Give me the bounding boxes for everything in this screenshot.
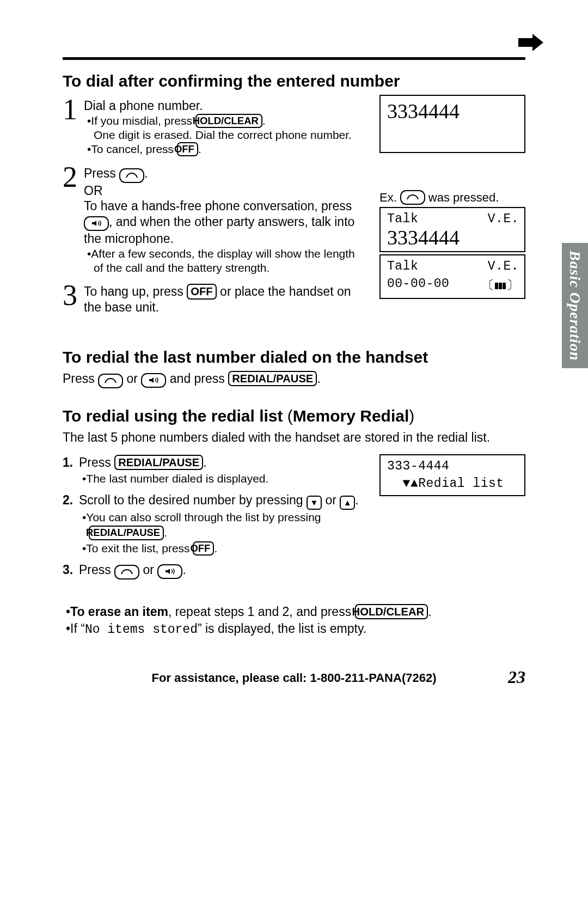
lcd-timer: 00-00-00: [387, 277, 449, 294]
heading-dial-confirm: To dial after confirming the entered num…: [63, 72, 525, 90]
talk-key-icon: [114, 565, 139, 579]
lcd-display-1: 3334444: [379, 95, 525, 153]
step2-line2: To have a hands-free phone conversation,…: [84, 198, 364, 247]
empty-note: •If “No items stored” is displayed, the …: [63, 620, 525, 638]
speaker-key-icon: [157, 564, 182, 579]
page-number: 23: [508, 667, 525, 687]
hold-clear-key: HOLD/CLEAR: [195, 114, 262, 128]
step1-note2: •To cancel, press OFF.: [84, 142, 364, 156]
example-caption: Ex. was pressed.: [379, 190, 525, 205]
speaker-key-icon: [84, 216, 109, 231]
step2-line1: Press .: [84, 166, 364, 183]
redial-pause-key: REDIAL/PAUSE: [228, 371, 317, 386]
step3-text: To hang up, press OFF or place the hands…: [84, 284, 364, 315]
redial-pause-key: REDIAL/PAUSE: [114, 455, 203, 470]
step2-note: •After a few seconds, the display will s…: [84, 247, 364, 276]
lcd-display-2: TalkV.E. 3334444: [379, 207, 525, 252]
footer-text: For assistance, please call: 1-800-211-P…: [152, 671, 437, 685]
list-num: 2.: [63, 492, 75, 556]
list-num: 1.: [63, 454, 75, 486]
speaker-key-icon: [141, 373, 166, 388]
down-key-icon: ▼: [307, 496, 322, 510]
redial-list-intro: The last 5 phone numbers dialed with the…: [63, 430, 525, 446]
talk-key-icon: [98, 374, 123, 388]
lcd-ve: V.E.: [488, 259, 519, 273]
talk-key-icon: [119, 168, 144, 183]
list-num: 3.: [63, 562, 75, 579]
lcd-ve: V.E.: [488, 212, 519, 226]
talk-key-icon: [400, 190, 425, 205]
lcd-talk: Talk: [387, 212, 418, 226]
step1-note1: •If you misdial, press HOLD/CLEAR.: [84, 114, 364, 128]
list-item-1-sub: •The last number dialed is displayed.: [79, 471, 268, 486]
step2-or: OR: [84, 183, 364, 199]
lcd-talk: Talk: [387, 259, 418, 273]
hold-clear-key: HOLD/CLEAR: [355, 604, 428, 619]
list-item-2-sub2: •To exit the list, press OFF.: [79, 541, 364, 556]
heading-redial-last: To redial the last number dialed on the …: [63, 348, 525, 367]
redial-last-instructions: Press or and press REDIAL/PAUSE.: [63, 371, 525, 388]
list-item-3: Press or .: [79, 562, 186, 579]
top-rule: [63, 57, 525, 60]
up-key-icon: ▲: [340, 496, 355, 510]
step-number: 1: [63, 95, 77, 124]
step-number: 2: [63, 162, 77, 192]
lcd-number: 3334444: [387, 100, 519, 121]
off-key: OFF: [193, 541, 214, 556]
off-key: OFF: [187, 284, 216, 299]
erase-note: •To erase an item, repeat steps 1 and 2,…: [63, 603, 525, 620]
lcd-number: 3334444: [387, 226, 519, 248]
step1-note1b: One digit is erased. Dial the correct ph…: [84, 128, 364, 142]
step1-text: Dial a phone number.: [84, 98, 364, 114]
list-item-1: Press REDIAL/PAUSE.: [79, 454, 268, 471]
battery-icon: 〔〕: [482, 277, 519, 294]
step-number: 3: [63, 280, 77, 310]
lcd-display-redial: 333-4444 ▼▲Redial list: [379, 454, 525, 496]
lcd-display-3: TalkV.E. 00-00-00 〔〕: [379, 254, 525, 299]
lcd-redial-label: ▼▲Redial list: [387, 477, 519, 491]
heading-redial-list: To redial using the redial list (Memory …: [63, 407, 525, 425]
lcd-redial-number: 333-4444: [387, 459, 519, 473]
off-key: OFF: [177, 142, 198, 156]
list-item-2: Scroll to the desired number by pressing…: [79, 492, 364, 510]
list-item-2-sub1: •You can also scroll through the list by…: [79, 510, 364, 541]
redial-pause-key: REDIAL/PAUSE: [89, 526, 164, 540]
